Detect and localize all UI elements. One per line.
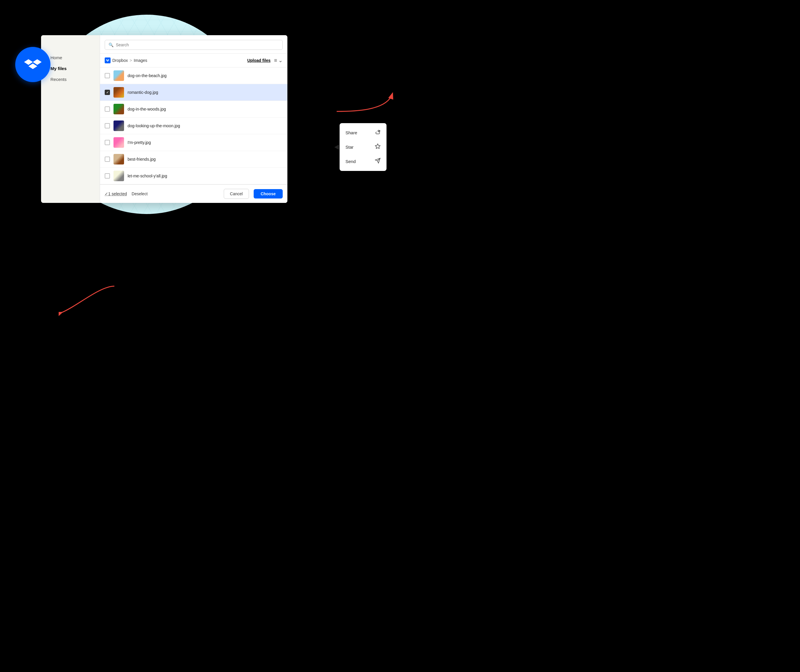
choose-button[interactable]: Choose	[254, 189, 283, 198]
main-content: 🔍 Dropbox > Images	[100, 35, 287, 203]
file-row[interactable]: let-me-school-y'all.jpg	[100, 168, 287, 184]
arrow-right-indicator	[334, 82, 398, 117]
file-list: dog-on-the-beach.jpg romantic-dog.jpg do…	[100, 67, 287, 184]
file-name: let-me-school-y'all.jpg	[128, 174, 167, 178]
file-thumbnail	[114, 171, 124, 181]
file-name: I'm-pretty.jpg	[128, 140, 151, 145]
view-toggle[interactable]: ≡ ⌄	[274, 57, 283, 64]
search-bar: 🔍	[100, 35, 287, 54]
file-checkbox[interactable]	[105, 140, 110, 145]
file-checkbox[interactable]	[105, 73, 110, 78]
file-thumbnail	[114, 154, 124, 165]
deselect-button[interactable]: Deselect	[132, 192, 147, 196]
share-icon	[375, 129, 381, 136]
toolbar-right: Upload files ≡ ⌄	[247, 57, 283, 64]
file-thumbnail	[114, 137, 124, 148]
file-name: dog-on-the-beach.jpg	[128, 73, 166, 78]
breadcrumb-current: Images	[134, 58, 147, 63]
scene: Home My files Recents 🔍	[0, 0, 400, 336]
file-thumbnail	[114, 87, 124, 98]
dropbox-folder-icon	[105, 58, 110, 63]
breadcrumb-root: Dropbox	[112, 58, 128, 63]
star-icon	[375, 143, 381, 151]
sidebar-item-home[interactable]: Home	[47, 53, 94, 62]
search-icon: 🔍	[109, 43, 114, 47]
file-checkbox[interactable]	[105, 123, 110, 128]
file-row[interactable]: dog-in-the-woods.jpg	[100, 101, 287, 118]
file-row[interactable]: dog-on-the-beach.jpg	[100, 67, 287, 84]
search-input[interactable]	[116, 43, 279, 47]
file-thumbnail	[114, 70, 124, 81]
star-label: Star	[346, 144, 354, 150]
file-checkbox[interactable]	[105, 173, 110, 179]
file-checkbox[interactable]	[105, 157, 110, 162]
cancel-button[interactable]: Cancel	[224, 189, 249, 199]
chevron-down-icon: ⌄	[278, 57, 283, 64]
context-menu-item-send[interactable]: Send	[339, 154, 387, 169]
context-menu: Share Star Send	[339, 123, 387, 171]
svg-marker-3	[375, 144, 380, 149]
send-icon	[375, 158, 381, 165]
file-row[interactable]: dog-looking-up-the-moon.jpg	[100, 118, 287, 134]
file-thumbnail	[114, 104, 124, 114]
file-picker-dialog: Home My files Recents 🔍	[41, 35, 287, 203]
context-menu-item-share[interactable]: Share	[339, 125, 387, 140]
file-row[interactable]: best-friends.jpg	[100, 151, 287, 168]
file-thumbnail	[114, 120, 124, 131]
file-name: dog-in-the-woods.jpg	[128, 107, 166, 111]
file-row[interactable]: I'm-pretty.jpg	[100, 134, 287, 151]
file-name: best-friends.jpg	[128, 157, 156, 162]
file-checkbox[interactable]	[105, 90, 110, 95]
dropbox-logo[interactable]	[15, 47, 50, 82]
selected-count: ✓1 selected	[105, 192, 127, 196]
breadcrumb-bar: Dropbox > Images Upload files ≡ ⌄	[100, 54, 287, 67]
list-view-icon: ≡	[274, 58, 277, 64]
file-name: dog-looking-up-the-moon.jpg	[128, 123, 180, 128]
upload-files-button[interactable]: Upload files	[247, 58, 270, 63]
share-label: Share	[346, 130, 357, 135]
search-wrapper[interactable]: 🔍	[105, 40, 283, 50]
sidebar-item-recents[interactable]: Recents	[47, 74, 94, 84]
sidebar-item-my-files[interactable]: My files	[47, 64, 94, 73]
context-menu-item-star[interactable]: Star	[339, 140, 387, 154]
breadcrumb: Dropbox > Images	[105, 58, 147, 63]
cursor-pointer-icon	[334, 144, 339, 150]
breadcrumb-separator: >	[130, 58, 132, 63]
file-checkbox[interactable]	[105, 106, 110, 112]
file-name: romantic-dog.jpg	[128, 90, 158, 95]
send-label: Send	[346, 159, 356, 164]
bottom-bar: ✓1 selected Deselect Cancel Choose	[100, 184, 287, 203]
file-row[interactable]: romantic-dog.jpg	[100, 84, 287, 101]
arrow-left-indicator	[59, 283, 117, 318]
